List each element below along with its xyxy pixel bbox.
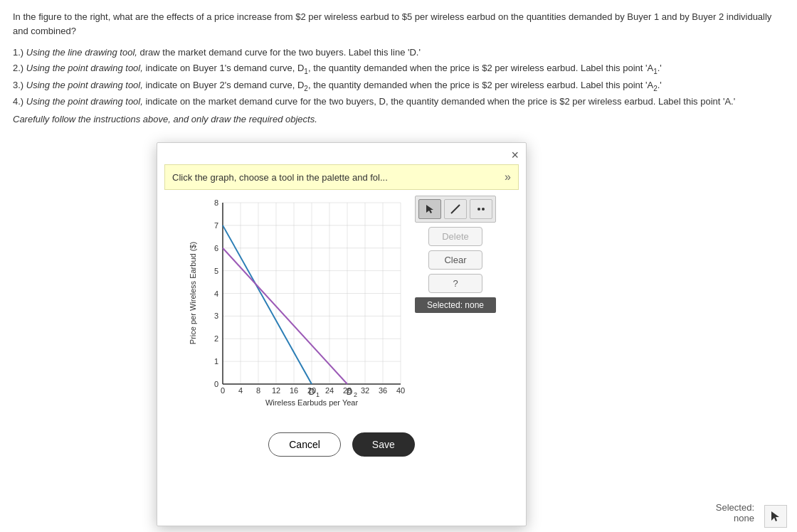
close-button[interactable]: × [511, 149, 519, 161]
bottom-selected-line2: none [734, 513, 754, 523]
graph-toolbar-area: 0 1 2 3 4 5 6 7 8 0 4 8 [180, 196, 503, 418]
point-icon [475, 203, 487, 215]
bottom-right-selected: Selected: none [716, 502, 754, 523]
instruction-2-italic: Using the point drawing tool, [26, 63, 143, 73]
pointer-icon [424, 203, 436, 215]
modal-footer: Cancel Save [268, 432, 415, 457]
point-tool-button[interactable] [470, 199, 492, 219]
d2-label-sub: 2 [354, 391, 357, 398]
careful-note: Carefully follow the instructions above,… [13, 114, 784, 124]
d1-label: D [309, 387, 315, 397]
expand-icon[interactable]: » [505, 171, 511, 183]
svg-text:6: 6 [214, 244, 218, 252]
modal-dialog: × Click the graph, choose a tool in the … [157, 142, 527, 526]
instruction-1-italic: Using the line drawing tool, [26, 47, 137, 58]
svg-marker-42 [426, 205, 433, 213]
cursor-icon [769, 510, 782, 523]
svg-text:0: 0 [221, 386, 225, 395]
cancel-button[interactable]: Cancel [268, 432, 341, 457]
bottom-selected-line1: Selected: [716, 502, 754, 513]
svg-text:7: 7 [214, 221, 218, 230]
instruction-3-number: 3.) [13, 80, 26, 90]
instruction-4-number: 4.) [13, 96, 26, 107]
instruction-3: 3.) Using the point drawing tool, indica… [13, 78, 784, 95]
svg-marker-46 [771, 511, 779, 521]
svg-text:3: 3 [214, 312, 218, 320]
clear-button[interactable]: Clear [428, 250, 482, 270]
instruction-3-rest: indicate on Buyer 2's demand curve, D2, … [143, 80, 662, 90]
save-button[interactable]: Save [352, 432, 415, 457]
grid-lines [223, 203, 401, 384]
y-axis-labels: 0 1 2 3 4 5 6 7 8 [214, 198, 218, 388]
x-axis-label: Wireless Earbuds per Year [265, 398, 359, 407]
chart-svg[interactable]: 0 1 2 3 4 5 6 7 8 0 4 8 [187, 196, 408, 416]
help-button[interactable]: ? [428, 274, 482, 293]
tool-icons-row [415, 196, 496, 223]
svg-text:16: 16 [290, 386, 298, 395]
instruction-2: 2.) Using the point drawing tool, indica… [13, 60, 784, 78]
instruction-4: 4.) Using the point drawing tool, indica… [13, 94, 784, 110]
svg-text:1: 1 [214, 357, 218, 366]
question-text: In the figure to the right, what are the… [13, 10, 781, 38]
chart-container[interactable]: 0 1 2 3 4 5 6 7 8 0 4 8 [187, 196, 408, 418]
instruction-4-italic: Using the point drawing tool, [26, 96, 143, 107]
cursor-tool-button[interactable] [764, 505, 787, 528]
banner-text: Click the graph, choose a tool in the pa… [172, 172, 388, 183]
instruction-3-italic: Using the point drawing tool, [26, 80, 143, 90]
svg-text:2: 2 [214, 334, 218, 343]
instruction-banner: Click the graph, choose a tool in the pa… [164, 164, 519, 190]
svg-text:0: 0 [214, 380, 218, 388]
d2-label: D [347, 387, 353, 397]
svg-text:5: 5 [214, 267, 218, 275]
svg-point-44 [477, 208, 480, 211]
instruction-1-number: 1.) [13, 47, 26, 58]
pointer-tool-button[interactable] [418, 199, 441, 219]
line-draw-icon [450, 203, 461, 215]
y-axis-label: Price per Wireless Earbud ($) [189, 242, 197, 344]
svg-text:32: 32 [361, 386, 369, 395]
d1-line [223, 225, 312, 384]
svg-text:8: 8 [214, 198, 218, 207]
instruction-2-rest: indicate on Buyer 1's demand curve, D1, … [143, 63, 662, 73]
delete-button[interactable]: Delete [428, 227, 482, 246]
svg-text:40: 40 [396, 386, 405, 395]
svg-text:4: 4 [214, 289, 218, 298]
instruction-1-rest: draw the market demand curve for the two… [137, 47, 421, 58]
svg-line-43 [451, 205, 460, 213]
svg-point-45 [482, 208, 485, 211]
instruction-2-number: 2.) [13, 63, 26, 73]
svg-text:36: 36 [379, 386, 387, 395]
instructions-list: 1.) Using the line drawing tool, draw th… [13, 45, 784, 110]
modal-header: × [157, 143, 526, 164]
selected-label: Selected: none [415, 297, 496, 313]
svg-text:8: 8 [256, 386, 260, 395]
d1-label-sub: 1 [316, 391, 320, 398]
svg-text:24: 24 [325, 386, 334, 395]
instruction-4-rest: indicate on the market demand curve for … [143, 96, 735, 107]
toolbar: Delete Clear ? Selected: none [415, 196, 496, 313]
instruction-1: 1.) Using the line drawing tool, draw th… [13, 45, 784, 60]
line-tool-button[interactable] [444, 199, 467, 219]
svg-text:4: 4 [238, 386, 243, 395]
svg-text:12: 12 [272, 386, 280, 395]
